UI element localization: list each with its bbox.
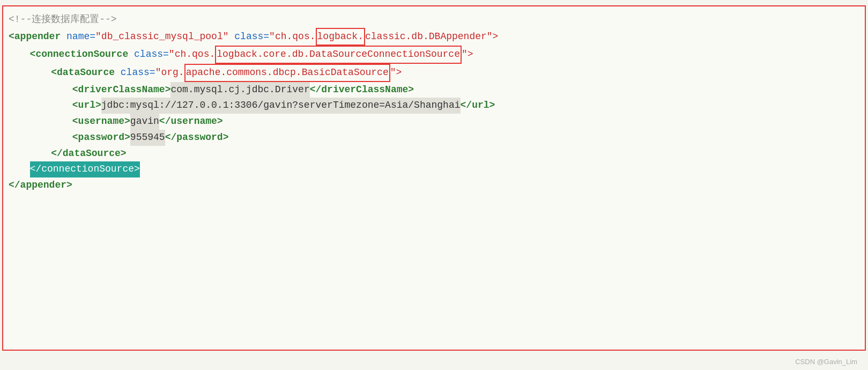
line-comment: <!--连接数据库配置-->	[9, 12, 857, 28]
code-area: <!--连接数据库配置--> <appender name="db_classi…	[9, 12, 857, 344]
driver-value: com.mysql.cj.jdbc.Driver	[170, 82, 309, 98]
username-value: gavin	[130, 114, 159, 130]
close-connection-source-tag: </connectionSource>	[30, 161, 140, 177]
username-open-tag: <username>	[72, 114, 130, 130]
ds-highlight-apache: apache.commons.dbcp.BasicDataSource	[184, 64, 390, 82]
line-close-appender: </appender>	[9, 177, 857, 194]
line-driver-classname: <driverClassName>com.mysql.cj.jdbc.Drive…	[9, 82, 857, 98]
close-appender-tag: </appender>	[9, 177, 72, 194]
conn-attr-class: class=	[134, 47, 169, 63]
conn-highlight-logback: logback.core.db.DataSourceConnectionSour…	[215, 46, 462, 64]
datasource-tag: <dataSource	[51, 65, 121, 81]
password-open-tag: <password>	[72, 130, 130, 146]
appender-highlight-logback: logback.	[316, 28, 365, 46]
connection-source-tag: <connectionSource	[30, 47, 134, 63]
appender-attr-class-val2: classic.db.DBAppender">	[365, 29, 498, 45]
line-close-connection-source: </connectionSource>	[9, 161, 857, 177]
close-datasource-tag: </dataSource>	[51, 146, 126, 162]
line-datasource: <dataSource class="org.apache.commons.db…	[9, 64, 857, 82]
line-password: <password>955945</password>	[9, 130, 857, 146]
driver-close-tag: </driverClassName>	[310, 82, 414, 98]
appender-tag: <appender	[9, 29, 66, 45]
password-close-tag: </password>	[165, 130, 229, 146]
code-container: <!--连接数据库配置--> <appender name="db_classi…	[2, 5, 866, 351]
comment-text: <!--连接数据库配置-->	[9, 12, 117, 28]
appender-attr-name-val: "db_classic_mysql_pool"	[95, 29, 234, 45]
watermark: CSDN @Gavin_Lim	[795, 358, 857, 366]
conn-attr-val2: ">	[462, 47, 473, 63]
ds-attr-class: class=	[121, 65, 155, 81]
line-connection-source: <connectionSource class="ch.qos.logback.…	[9, 46, 857, 64]
line-appender: <appender name="db_classic_mysql_pool" c…	[9, 28, 857, 46]
conn-attr-val1: "ch.qos.	[169, 47, 215, 63]
ds-attr-val2: ">	[390, 65, 402, 81]
line-username: <username>gavin</username>	[9, 114, 857, 130]
ds-attr-val1: "org.	[155, 65, 184, 81]
line-close-datasource: </dataSource>	[9, 146, 857, 162]
password-value: 955945	[130, 130, 165, 146]
username-close-tag: </username>	[159, 114, 223, 130]
url-open-tag: <url>	[72, 98, 101, 114]
appender-attr-class-val1: "ch.qos.	[269, 29, 315, 45]
appender-attr-class: class=	[234, 29, 269, 45]
line-url: <url>jdbc:mysql://127.0.0.1:3306/gavin?s…	[9, 98, 857, 114]
appender-attr-name: name=	[66, 29, 95, 45]
url-value: jdbc:mysql://127.0.0.1:3306/gavin?server…	[101, 98, 461, 114]
driver-open-tag: <driverClassName>	[72, 82, 171, 98]
url-close-tag: </url>	[461, 98, 495, 114]
